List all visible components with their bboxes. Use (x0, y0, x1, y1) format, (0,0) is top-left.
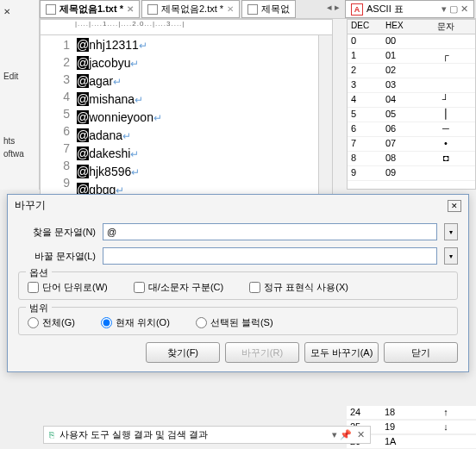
user-tool-panel[interactable]: ⎘ 사용자 도구 실행 결과 및 검색 결과 ▾ 📌✕ (43, 426, 371, 444)
dialog-titlebar[interactable]: 바꾸기 ✕ (8, 195, 468, 216)
tool-icon: ⎘ (49, 430, 54, 440)
left-item-edit[interactable]: Edit (0, 70, 39, 83)
opt-whole-word[interactable]: 단어 단위로(W) (28, 281, 108, 294)
tab-file-1[interactable]: ≡제목없음1.txt *✕ (40, 0, 140, 18)
close-icon[interactable]: ✕ (227, 4, 234, 14)
scope-current[interactable]: 현재 위치(O) (101, 316, 170, 329)
find-dropdown[interactable]: ▾ (444, 223, 458, 240)
replace-dialog: 바꾸기 ✕ 찾을 문자열(N) ▾ 바꿀 문자열(L) ▾ 옵션 단어 단위로(… (7, 194, 469, 372)
pin-icon[interactable]: ▾ 📌 (332, 429, 352, 440)
scope-group: 범위 전체(G) 현재 위치(O) 선택된 블럭(S) (18, 307, 458, 335)
find-label: 찾을 문자열(N) (18, 226, 96, 239)
ascii-row[interactable]: 909 (348, 166, 475, 181)
left-panel: ✕ Edit hts oftwa (0, 0, 40, 190)
ruler: |....|....1....|....2.0...|....3....| (41, 20, 332, 35)
left-item-oftwa: oftwa (0, 147, 39, 160)
close-icon[interactable]: ✕ (448, 200, 461, 212)
close-icon[interactable]: ✕ (127, 4, 134, 14)
scrollbar-vertical[interactable] (318, 35, 332, 195)
opt-regex[interactable]: 정규 표현식 사용(X) (249, 281, 348, 294)
ascii-row[interactable]: 101┌ (348, 49, 475, 64)
replace-dropdown[interactable]: ▾ (444, 247, 458, 265)
line-gutter: 123456789 (41, 35, 75, 195)
scope-title: 범위 (26, 302, 52, 315)
dialog-title: 바꾸기 (15, 198, 46, 213)
ascii-row[interactable]: 2418↑ (347, 405, 476, 420)
close-button[interactable]: 닫기 (384, 342, 458, 363)
tab-bar: ≡제목없음1.txt *✕ ≡제목없음2.txt *✕ ≡제목없 ◂ ▸ AAS… (40, 0, 476, 19)
tab-file-3[interactable]: ≡제목없 (241, 0, 296, 18)
tab-overflow[interactable]: ◂ ▸ (322, 0, 345, 18)
close-icon[interactable]: ✕ (357, 429, 365, 440)
scope-selection[interactable]: 선택된 블럭(S) (196, 316, 273, 329)
replace-all-button[interactable]: 모두 바꾸기(A) (304, 342, 379, 363)
find-button[interactable]: 찾기(F) (146, 342, 220, 363)
ascii-head-char[interactable]: 문자 (416, 20, 475, 34)
ascii-table-panel: DEC HEX 문자 000101┌202303404┘505⎮606─707•… (347, 19, 476, 190)
replace-label: 바꿀 문자열(L) (18, 250, 96, 263)
ascii-row[interactable]: 505⎮ (348, 108, 475, 122)
ascii-header: DEC HEX 문자 (348, 20, 475, 34)
ascii-panel-tab[interactable]: AASCII 표▾ ▢ ✕ (345, 0, 474, 18)
replace-input[interactable] (103, 247, 437, 265)
opt-match-case[interactable]: 대/소문자 구분(C) (134, 281, 223, 294)
ascii-row[interactable]: 808◘ (348, 152, 475, 166)
left-close[interactable]: ✕ (0, 5, 39, 18)
text-editor[interactable]: |....|....1....|....2.0...|....3....| 12… (40, 19, 333, 196)
ascii-row[interactable]: 202 (348, 64, 475, 78)
options-group: 옵션 단어 단위로(W) 대/소문자 구분(C) 정규 표현식 사용(X) (18, 271, 458, 300)
options-title: 옵션 (26, 266, 52, 279)
ascii-head-dec[interactable]: DEC (348, 20, 382, 34)
ascii-row[interactable]: 000 (348, 34, 475, 49)
file-icon: ≡ (247, 4, 258, 15)
ascii-row[interactable]: 606─ (348, 122, 475, 137)
left-item-hts: hts (0, 134, 39, 147)
user-tool-label: 사용자 도구 실행 결과 및 검색 결과 (60, 428, 208, 441)
ascii-head-hex[interactable]: HEX (382, 20, 416, 34)
file-icon: ≡ (46, 4, 56, 15)
scope-all[interactable]: 전체(G) (28, 316, 75, 329)
find-input[interactable] (103, 223, 437, 240)
ascii-row[interactable]: 707• (348, 137, 475, 152)
file-icon: ≡ (147, 4, 158, 15)
code-area[interactable]: @nhj12311↵@jacobyu↵@agar↵@mishana↵@wonni… (75, 35, 318, 195)
ascii-row[interactable]: 303 (348, 78, 475, 93)
ascii-row[interactable]: 404┘ (348, 93, 475, 108)
replace-button[interactable]: 바꾸기(R) (225, 342, 299, 363)
tab-file-2[interactable]: ≡제목없음2.txt *✕ (141, 0, 240, 18)
